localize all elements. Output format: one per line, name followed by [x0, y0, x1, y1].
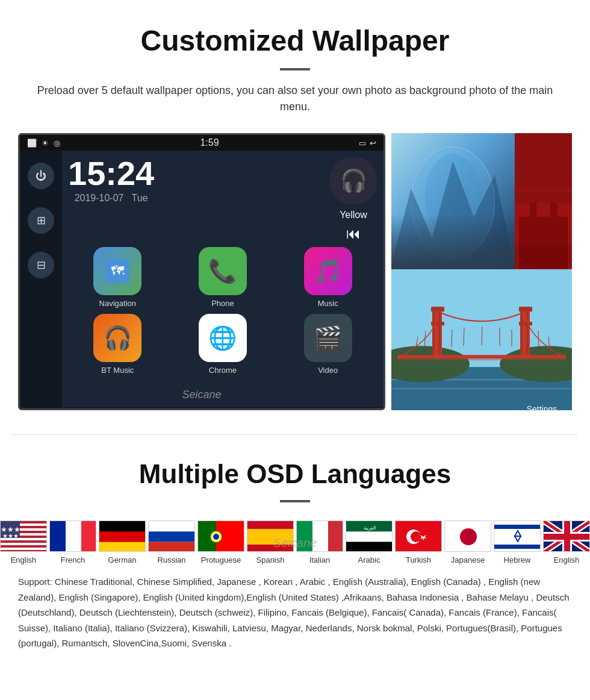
svg-rect-93: [544, 534, 590, 540]
nav-app[interactable]: 🗺 Navigation: [68, 247, 167, 308]
chrome-app[interactable]: 🌐 Chrome: [173, 314, 273, 375]
svg-rect-55: [99, 531, 146, 542]
settings-button[interactable]: ⊟: [28, 252, 54, 278]
flag-label-turkish: Turkish: [406, 555, 431, 564]
power-button[interactable]: ⏻: [28, 163, 54, 189]
flag-ru: [148, 520, 195, 552]
head-unit-watermark: Seicane: [182, 389, 221, 401]
svg-rect-18: [397, 355, 566, 358]
top-thumbnails: [391, 133, 572, 269]
svg-rect-10: [529, 203, 536, 217]
music-app-label: Music: [318, 299, 338, 308]
bridge-thumbnail: Settings: [391, 269, 572, 410]
flag-il: [494, 520, 541, 552]
red-thumbnail: [515, 133, 572, 269]
flag-item-french: French: [49, 520, 96, 564]
hu-top-row: 15:24 2019-10-07 Tue 🎧 Yellow ⏮: [68, 157, 377, 242]
phone-app[interactable]: 📞 Phone: [173, 247, 273, 308]
flag-fr: [49, 520, 96, 552]
btmusic-app-label: BT Music: [101, 366, 134, 375]
phone-app-label: Phone: [211, 299, 234, 308]
flag-es: [247, 520, 294, 552]
flag-label-arabic: Arabic: [358, 555, 380, 564]
svg-point-76: [411, 531, 421, 542]
head-unit-body: ⏻ ⊞ ⊟ 15:24 2019-10-07 Tue: [20, 151, 384, 407]
svg-text:Settings: Settings: [527, 404, 557, 410]
phone-app-icon: 📞: [199, 247, 247, 295]
chrome-app-icon: 🌐: [199, 314, 247, 362]
svg-rect-56: [99, 542, 146, 552]
svg-rect-7: [515, 189, 572, 193]
svg-rect-71: [346, 531, 393, 542]
flag-item-italian: Italian: [296, 520, 343, 564]
flag-label-hebrew: Hebrew: [504, 555, 531, 564]
music-app[interactable]: 🎵 Music: [278, 247, 377, 308]
clock-date-widget: 15:24 2019-10-07 Tue: [68, 157, 154, 204]
svg-text:★★★: ★★★: [2, 533, 19, 539]
svg-rect-66: [247, 529, 294, 545]
music-app-icon: 🎵: [304, 247, 352, 295]
status-bar: ⬜ ☀ ◎ 1:59 ▭ ↩: [20, 135, 384, 151]
svg-rect-9: [519, 217, 568, 269]
flag-de: [99, 520, 146, 552]
title-divider: [280, 68, 310, 70]
flag-item-english: ★★★ ★★★ English: [0, 520, 47, 564]
flag-label-spanish: Spanish: [256, 555, 285, 564]
location-icon: ◎: [54, 139, 60, 148]
hu-main-content: 15:24 2019-10-07 Tue 🎧 Yellow ⏮: [62, 151, 384, 407]
flag-label-japanese: Japanese: [451, 555, 485, 564]
svg-rect-51: [50, 521, 66, 552]
app-grid: 🗺 Navigation 📞 Phone 🎵: [68, 247, 377, 375]
svg-rect-59: [149, 542, 195, 552]
btmusic-app[interactable]: 🎧 BT Music: [68, 314, 167, 375]
flag-label-english: English: [11, 555, 37, 564]
svg-point-64: [213, 534, 219, 540]
lang-title-divider: [280, 500, 310, 502]
svg-rect-81: [494, 525, 541, 529]
flag-item-spanish: Spanish: [247, 520, 294, 564]
svg-rect-25: [519, 307, 532, 311]
nav-app-icon: 🗺: [93, 247, 141, 295]
flag-item-portuguese: Protuguese: [197, 520, 244, 564]
svg-rect-46: [1, 545, 47, 548]
support-text: Support: Chinese Traditional, Chinese Si…: [12, 574, 578, 651]
svg-rect-47: [1, 550, 47, 552]
svg-rect-22: [432, 311, 435, 355]
nav-app-label: Navigation: [99, 299, 136, 308]
flag-it: [296, 520, 343, 552]
svg-rect-58: [149, 531, 195, 542]
media-icon: 🎧: [329, 157, 377, 205]
svg-rect-20: [431, 307, 444, 311]
flag-label-russian: Russian: [158, 555, 186, 564]
prev-track-icon[interactable]: ⏮: [346, 225, 361, 242]
head-unit-screen: ⬜ ☀ ◎ 1:59 ▭ ↩ ⏻ ⊞ ⊟: [18, 133, 385, 410]
flag-label-french: French: [61, 555, 85, 564]
status-time: 1:59: [200, 137, 219, 148]
flag-label-portuguese: Protuguese: [201, 555, 241, 564]
apps-button[interactable]: ⊞: [28, 207, 54, 234]
wallpaper-composite-image: ⬜ ☀ ◎ 1:59 ▭ ↩ ⏻ ⊞ ⊟: [18, 133, 572, 416]
video-app-label: Video: [318, 366, 338, 375]
flag-item-german: German: [99, 520, 146, 564]
flag-item-hebrew: Hebrew: [494, 520, 541, 564]
svg-rect-27: [520, 311, 523, 355]
wallpaper-section: Customized Wallpaper Preload over 5 defa…: [0, 0, 590, 434]
flag-label-italian: Italian: [309, 555, 331, 564]
flags-container: ★★★ ★★★ English French: [12, 520, 578, 564]
btmusic-app-icon: 🎧: [93, 314, 141, 362]
flags-row: ★★★ ★★★ English French: [12, 520, 578, 564]
back-icon: ↩: [370, 139, 376, 148]
home-icon: ⬜: [27, 139, 37, 148]
status-left: ⬜ ☀ ◎: [27, 139, 60, 148]
svg-point-79: [460, 528, 477, 545]
video-app-icon: 🎬: [304, 314, 352, 362]
flag-label-english-uk: English: [554, 555, 580, 564]
flag-jp: [444, 520, 491, 552]
svg-rect-11: [550, 203, 557, 217]
flag-item-english-uk: English: [543, 520, 590, 564]
wallpaper-thumbnails: Settings: [391, 133, 572, 410]
languages-section: Multiple OSD Languages ★: [0, 435, 590, 669]
video-app[interactable]: 🎬 Video: [278, 314, 377, 375]
svg-rect-38: [397, 358, 566, 360]
flag-uk: [543, 520, 590, 552]
